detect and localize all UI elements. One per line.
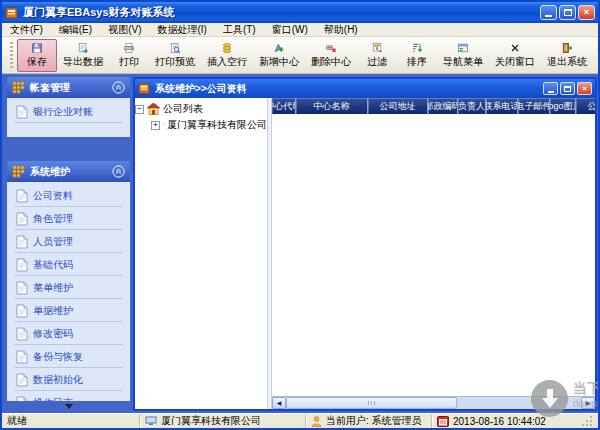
status-current-user: 当前用户: 系统管理员 <box>326 414 422 428</box>
close-window-icon <box>507 42 523 54</box>
tree-node-label[interactable]: 公司列表 <box>163 102 203 116</box>
sidebar-item-label: 备份与恢复 <box>33 350 83 364</box>
sidebar-item-backup-restore[interactable]: 备份与恢复 <box>7 345 130 368</box>
sidebar-item-bank-reconciliation[interactable]: 银行企业对账 <box>7 100 130 123</box>
print-preview-button[interactable]: 打印预览 <box>149 39 201 72</box>
sidebar-item-label: 单据维护 <box>33 304 73 318</box>
column-header-center-name[interactable]: 中心名称 <box>296 98 368 114</box>
sidebar-item-company-info[interactable]: 公司资料 <box>7 184 130 207</box>
tree-node-company[interactable]: + 厦门翼享科技有限公司 <box>135 118 267 132</box>
tree-node-company-list[interactable]: − 公司列表 <box>135 102 267 116</box>
menu-help[interactable]: 帮助(H) <box>316 23 366 36</box>
table-body-empty[interactable] <box>272 114 595 396</box>
filter-icon <box>369 42 385 54</box>
close-button[interactable]: × <box>578 5 595 20</box>
save-button[interactable]: 保存 <box>17 39 57 72</box>
mdi-close-button[interactable]: × <box>577 82 592 95</box>
window-title: 厦门翼享EBAsys财务对账系统 <box>23 5 175 20</box>
column-header-postal-code[interactable]: 邮政编码 <box>428 98 458 114</box>
sidebar-item-label: 菜单维护 <box>33 281 73 295</box>
toolbar-button-label: 导航菜单 <box>443 55 483 69</box>
add-center-button[interactable]: 新增中心 <box>253 39 305 72</box>
column-header-company-address[interactable]: 公司地址 <box>368 98 428 114</box>
menu-file[interactable]: 文件(F) <box>2 23 51 36</box>
sidebar-item-label: 公司资料 <box>33 189 73 203</box>
scrollbar-thumb[interactable] <box>286 397 457 409</box>
sidebar-item-role-management[interactable]: 角色管理 <box>7 207 130 230</box>
company-tree-panel: − 公司列表 + <box>135 98 267 409</box>
sidebar-group-title: 系统维护 <box>30 165 70 179</box>
sidebar-item-label: 人员管理 <box>33 235 73 249</box>
collapse-chevron-icon[interactable] <box>112 81 125 94</box>
sidebar-item-change-password[interactable]: 修改密码 <box>7 322 130 345</box>
scroll-left-arrow[interactable]: ◀ <box>272 397 286 409</box>
table-header-row: 中心代码 中心名称 公司地址 邮政编码 负责人 联系电话 电子邮件 Logo图片… <box>272 98 595 114</box>
document-icon <box>16 212 28 226</box>
column-header-contact-phone[interactable]: 联系电话 <box>486 98 518 114</box>
grid-icon <box>12 165 25 178</box>
menu-tools[interactable]: 工具(T) <box>215 23 264 36</box>
sidebar-item-operation-log[interactable]: 操作日志 <box>7 391 130 401</box>
maximize-button[interactable] <box>559 5 576 20</box>
tree-node-label[interactable]: 厦门翼享科技有限公司 <box>167 118 267 132</box>
application-window: 厦门翼享EBAsys财务对账系统 × 文件(F) 编辑(E) 视图(V) 数据处… <box>0 0 600 430</box>
sidebar-item-menu-maintenance[interactable]: 菜单维护 <box>7 276 130 299</box>
print-preview-icon <box>167 42 183 54</box>
tree-collapse-box[interactable]: − <box>135 105 144 114</box>
company-status-icon <box>145 416 157 426</box>
horizontal-scrollbar: ◀ ▶ <box>272 396 595 409</box>
sidebar-item-basic-codes[interactable]: 基础代码 <box>7 253 130 276</box>
document-icon <box>16 105 28 119</box>
sort-button[interactable]: 排序 <box>397 39 437 72</box>
mdi-minimize-button[interactable] <box>543 82 558 95</box>
menu-view[interactable]: 视图(V) <box>100 23 149 36</box>
sidebar-item-document-maintenance[interactable]: 单据维护 <box>7 299 130 322</box>
nav-menu-button[interactable]: 导航菜单 <box>437 39 489 72</box>
menu-window[interactable]: 窗口(W) <box>264 23 316 36</box>
document-icon <box>16 258 28 272</box>
sidebar-group-account-management: 帐套管理 银行企业对账 <box>7 77 130 137</box>
column-header-company-nature[interactable]: 公司性质 <box>576 98 595 114</box>
sidebar-item-data-initialization[interactable]: 数据初始化 <box>7 368 130 391</box>
insert-row-icon <box>219 42 235 54</box>
column-header-center-code[interactable]: 中心代码 <box>272 98 296 114</box>
close-window-button[interactable]: 关闭窗口 <box>489 39 541 72</box>
scrollbar-track[interactable] <box>286 397 581 409</box>
sidebar-item-label: 修改密码 <box>33 327 73 341</box>
exit-system-button[interactable]: 退出系统 <box>541 39 593 72</box>
column-header-person-in-charge[interactable]: 负责人 <box>458 98 486 114</box>
export-data-icon <box>75 42 91 54</box>
tree-expand-box[interactable]: + <box>151 121 160 130</box>
toolbar-button-label: 排序 <box>407 55 427 69</box>
sidebar-group-header-system-maintenance[interactable]: 系统维护 <box>7 161 130 182</box>
resize-grip-icon[interactable] <box>581 415 593 427</box>
minimize-button[interactable] <box>540 5 557 20</box>
menu-data-processing[interactable]: 数据处理(I) <box>149 23 214 36</box>
print-button[interactable]: 打印 <box>109 39 149 72</box>
sidebar-item-personnel-management[interactable]: 人员管理 <box>7 230 130 253</box>
mdi-titlebar: 系统维护>>公司资料 × <box>135 79 595 98</box>
sort-icon <box>409 42 425 54</box>
column-header-logo-image[interactable]: Logo图片 <box>550 98 576 114</box>
export-data-button[interactable]: 导出数据 <box>57 39 109 72</box>
toolbar-grip[interactable] <box>10 42 13 68</box>
toolbar-button-label: 新增中心 <box>259 55 299 69</box>
toolbar-button-label: 退出系统 <box>547 55 587 69</box>
status-ready-text: 就绪 <box>7 414 27 428</box>
menu-edit[interactable]: 编辑(E) <box>51 23 100 36</box>
document-icon <box>16 189 28 203</box>
sidebar-item-label: 角色管理 <box>33 212 73 226</box>
insert-row-button[interactable]: 插入空行 <box>201 39 253 72</box>
column-header-email[interactable]: 电子邮件 <box>518 98 550 114</box>
delete-center-button[interactable]: 删除中心 <box>305 39 357 72</box>
mdi-maximize-button[interactable] <box>560 82 575 95</box>
scroll-right-arrow[interactable]: ▶ <box>581 397 595 409</box>
collapse-chevron-icon[interactable] <box>112 165 125 178</box>
sidebar-scroll-down-arrow[interactable] <box>65 404 73 409</box>
sidebar: 帐套管理 银行企业对账 <box>4 77 133 410</box>
document-icon <box>16 327 28 341</box>
sidebar-group-header-account-management[interactable]: 帐套管理 <box>7 77 130 98</box>
calendar-icon <box>437 416 449 427</box>
filter-button[interactable]: 过滤 <box>357 39 397 72</box>
sidebar-group-title: 帐套管理 <box>30 81 70 95</box>
